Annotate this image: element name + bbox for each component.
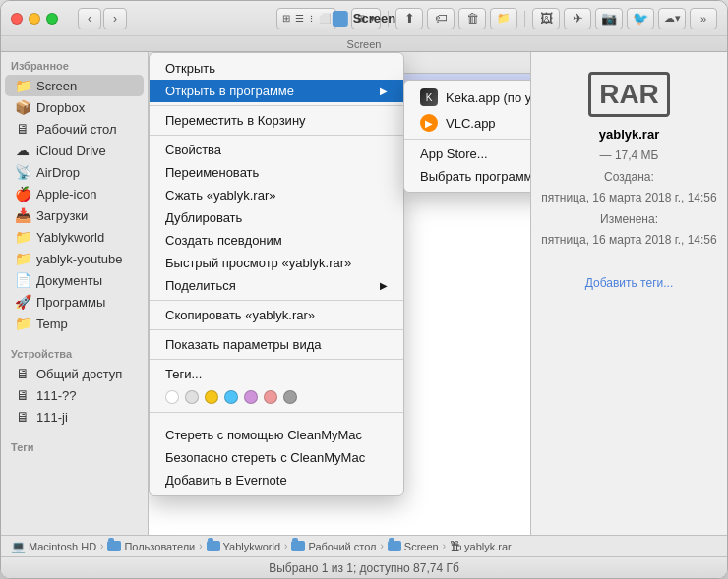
menu-tags-label[interactable]: Теги... xyxy=(150,363,403,385)
menu-move-trash[interactable]: Переместить в Корзину xyxy=(150,109,403,132)
more-btn[interactable]: ☁▾ xyxy=(658,8,686,29)
menu-copy[interactable]: Скопировать «yablyk.rar» xyxy=(150,304,403,326)
titlebar: ‹ › Screen ⊞ ☰ ⫶ ⬜ ⊞ ▾ xyxy=(1,1,727,52)
macintosh-drive-icon: 💻 xyxy=(11,540,26,553)
menu-rename[interactable]: Переименовать xyxy=(150,161,403,184)
sidebar-item-111pp[interactable]: 🖥 111-?? xyxy=(5,384,144,406)
menu-view-options[interactable]: Показать параметры вида xyxy=(150,333,403,356)
menu-sep-4 xyxy=(150,329,403,330)
submenu-keka[interactable]: K Keka.app (по умолчанию) xyxy=(404,85,530,110)
preview-modified-val: пятница, 16 марта 2018 г., 14:56 xyxy=(541,230,716,252)
sidebar-item-downloads[interactable]: 📥 Загрузки xyxy=(5,204,144,226)
path-segment-rdesktop[interactable]: Рабочий стол xyxy=(291,541,376,552)
dropbox-icon: 📦 xyxy=(15,99,30,115)
docs-icon: 📄 xyxy=(15,272,30,288)
tag-purple[interactable] xyxy=(244,390,258,404)
path-arrow-1: › xyxy=(100,541,103,551)
menu-share[interactable]: Поделиться ▶ xyxy=(150,274,403,297)
main-area: Избранное 📁 Screen 📦 Dropbox 🖥 Рабочий с… xyxy=(1,52,727,535)
screen-path-label: Screen xyxy=(404,541,439,552)
overflow-btn[interactable]: » xyxy=(690,8,717,29)
menu-alias[interactable]: Создать псевдоним xyxy=(150,229,403,252)
preview-modified-label: Изменена: xyxy=(541,209,716,231)
devices-section-label: Устройства xyxy=(1,340,148,363)
sidebar-item-programs[interactable]: 🚀 Программы xyxy=(5,291,144,313)
menu-sep-5 xyxy=(150,359,403,360)
sidebar-item-icloud[interactable]: ☁ iCloud Drive xyxy=(5,140,144,161)
preview-app-btn[interactable]: 🖼 xyxy=(532,8,560,29)
menu-cleanmymac[interactable] xyxy=(150,416,403,424)
menu-open[interactable]: Открыть xyxy=(150,57,403,80)
path-arrow-2: › xyxy=(199,541,202,551)
sidebar-item-screen[interactable]: 📁 Screen xyxy=(5,75,144,96)
sidebar: Избранное 📁 Screen 📦 Dropbox 🖥 Рабочий с… xyxy=(1,52,149,535)
menu-quicklook[interactable]: Быстрый просмотр «yablyk.rar» xyxy=(150,252,403,274)
status-text: Выбрано 1 из 1; доступно 87,74 Гб xyxy=(269,561,459,575)
yablyk-rar-path-label: yablyk.rar xyxy=(464,541,512,552)
submenu-appstore[interactable]: App Store... xyxy=(404,143,530,165)
yablykworld-path-label: Yablykworld xyxy=(223,541,281,552)
window-title: Screen xyxy=(333,11,395,27)
titlebar-top: ‹ › Screen ⊞ ☰ ⫶ ⬜ ⊞ ▾ xyxy=(1,1,727,35)
path-segment-yablyk-rar[interactable]: 🗜 yablyk.rar xyxy=(450,540,512,553)
minimize-button[interactable] xyxy=(29,13,40,25)
tag-gray[interactable] xyxy=(283,390,297,404)
sidebar-item-yablykworld[interactable]: 📁 Yablykworld xyxy=(5,226,144,248)
tag-red[interactable] xyxy=(264,390,277,404)
menu-safe-clean[interactable]: Стереть с помощью CleanMyMac xyxy=(150,424,403,446)
sidebar-item-apple-label: Apple-icon xyxy=(36,187,96,202)
sidebar-item-dropbox-label: Dropbox xyxy=(36,100,85,115)
tag-gray-light[interactable] xyxy=(185,390,199,404)
menu-show-finder[interactable]: Добавить в Evernote xyxy=(150,469,403,492)
path-arrow-4: › xyxy=(380,541,383,551)
new-folder-btn[interactable]: 📁 xyxy=(490,8,517,29)
yablyk-youtube-icon: 📁 xyxy=(15,251,30,266)
sidebar-item-dropbox[interactable]: 📦 Dropbox xyxy=(5,96,144,118)
delete-btn[interactable]: 🗑 xyxy=(458,8,486,29)
sidebar-item-111ji[interactable]: 🖥 111-ji xyxy=(5,406,144,428)
sidebar-item-shared[interactable]: 🖥 Общий доступ xyxy=(5,363,144,384)
path-arrow-3: › xyxy=(284,541,287,551)
telegram-btn[interactable]: ✈ xyxy=(564,8,591,29)
tag-white[interactable] xyxy=(165,390,179,404)
twitter-btn[interactable]: 🐦 xyxy=(627,8,654,29)
submenu-choose[interactable]: Выбрать программу... xyxy=(404,165,530,188)
camera-btn[interactable]: 📷 xyxy=(595,8,623,29)
menu-compress[interactable]: Сжать «yablyk.rar» xyxy=(150,184,403,206)
forward-button[interactable]: › xyxy=(103,8,127,29)
window-controls xyxy=(11,13,58,25)
preview-tags-link[interactable]: Добавить теги... xyxy=(541,273,716,295)
preview-size: — 17,4 МБ xyxy=(541,145,716,167)
menu-properties[interactable]: Свойства xyxy=(150,139,403,161)
sidebar-item-yablyk-youtube[interactable]: 📁 yablyk-youtube xyxy=(5,248,144,269)
submenu-vlc[interactable]: ▶ VLC.app xyxy=(404,110,530,136)
close-button[interactable] xyxy=(11,13,23,25)
menu-sep-2 xyxy=(150,135,403,136)
sidebar-item-desktop[interactable]: 🖥 Рабочий стол xyxy=(5,118,144,140)
sidebar-item-airdrop[interactable]: 📡 AirDrop xyxy=(5,161,144,183)
tag-blue[interactable] xyxy=(224,390,238,404)
view-icon-btn[interactable]: ⊞ ☰ ⫶ ⬜ xyxy=(276,8,336,29)
share-chevron-icon: ▶ xyxy=(380,280,388,291)
tag-yellow[interactable] xyxy=(205,390,218,404)
path-segment-macintosh[interactable]: 💻 Macintosh HD xyxy=(11,540,96,553)
share-btn[interactable]: ⬆ xyxy=(395,8,423,29)
path-segment-screen[interactable]: Screen xyxy=(388,541,439,552)
back-button[interactable]: ‹ xyxy=(78,8,101,29)
menu-open-in[interactable]: Открыть в программе ▶ K Keka.app (по умо… xyxy=(150,80,403,102)
menu-sep-3 xyxy=(150,300,403,301)
path-segment-users[interactable]: Пользователи xyxy=(107,541,195,552)
temp-icon: 📁 xyxy=(15,316,30,331)
preview-area: RAR yablyk.rar — 17,4 МБ Создана: пятниц… xyxy=(530,52,727,535)
sidebar-item-docs[interactable]: 📄 Документы xyxy=(5,269,144,291)
sidebar-item-apple[interactable]: 🍎 Apple-icon xyxy=(5,183,144,204)
path-segment-yablykworld[interactable]: Yablykworld xyxy=(207,541,281,552)
maximize-button[interactable] xyxy=(46,13,58,25)
tag-btn[interactable]: 🏷 xyxy=(427,8,455,29)
open-in-submenu: K Keka.app (по умолчанию) ▶ VLC.app App … xyxy=(403,80,530,193)
menu-evernote[interactable]: Безопасно стереть с CleanMyMac xyxy=(150,446,403,469)
sidebar-item-temp[interactable]: 📁 Temp xyxy=(5,313,144,334)
menu-duplicate[interactable]: Дублировать xyxy=(150,206,403,229)
airdrop-icon: 📡 xyxy=(15,164,30,180)
111pp-icon: 🖥 xyxy=(15,387,30,403)
